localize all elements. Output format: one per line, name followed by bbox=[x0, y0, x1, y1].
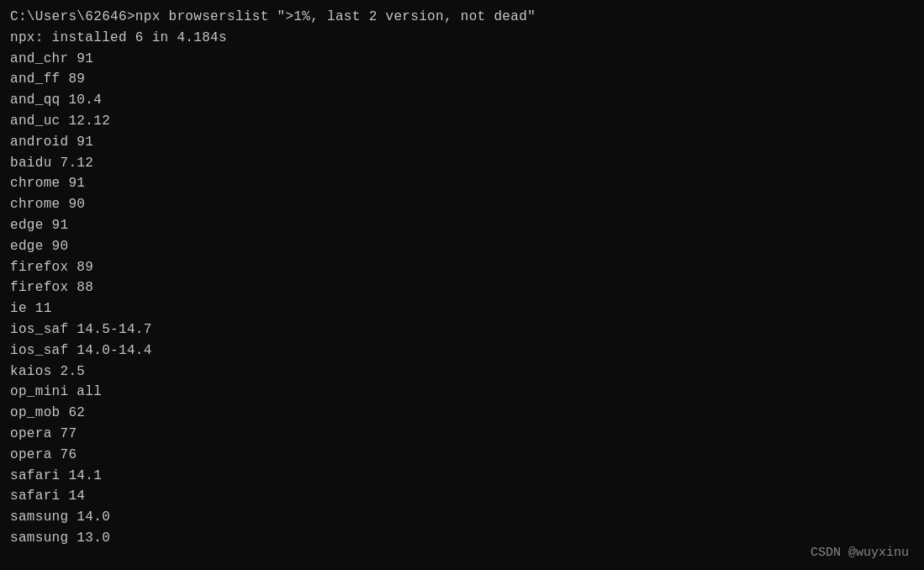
line-edge91: edge 91 bbox=[10, 215, 914, 236]
line-safari14-1: safari 14.1 bbox=[10, 466, 914, 487]
line-samsung14: samsung 14.0 bbox=[10, 507, 914, 528]
terminal-window: C:\Users\62646>npx browserslist ">1%, la… bbox=[0, 0, 924, 570]
line-baidu: baidu 7.12 bbox=[10, 153, 914, 174]
line-samsung13: samsung 13.0 bbox=[10, 528, 914, 549]
line-op-mini: op_mini all bbox=[10, 382, 914, 403]
line-safari14: safari 14 bbox=[10, 486, 914, 507]
line-chrome90: chrome 90 bbox=[10, 194, 914, 215]
terminal-output: C:\Users\62646>npx browserslist ">1%, la… bbox=[10, 7, 914, 549]
line-and-uc: and_uc 12.12 bbox=[10, 111, 914, 132]
line-opera77: opera 77 bbox=[10, 424, 914, 445]
line-ios-saf-1: ios_saf 14.5-14.7 bbox=[10, 319, 914, 340]
watermark: CSDN @wuyxinu bbox=[810, 546, 909, 560]
line-firefox89: firefox 89 bbox=[10, 257, 914, 278]
line-firefox88: firefox 88 bbox=[10, 277, 914, 298]
line-op-mob: op_mob 62 bbox=[10, 403, 914, 424]
line-and-qq: and_qq 10.4 bbox=[10, 90, 914, 111]
line-opera76: opera 76 bbox=[10, 445, 914, 466]
line-ie11: ie 11 bbox=[10, 298, 914, 319]
line-command: C:\Users\62646>npx browserslist ">1%, la… bbox=[10, 7, 914, 28]
line-install: npx: installed 6 in 4.184s bbox=[10, 28, 914, 49]
line-and-chr: and_chr 91 bbox=[10, 49, 914, 70]
line-ios-saf-2: ios_saf 14.0-14.4 bbox=[10, 340, 914, 362]
line-chrome91: chrome 91 bbox=[10, 173, 914, 194]
line-edge90: edge 90 bbox=[10, 236, 914, 257]
line-kaios: kaios 2.5 bbox=[10, 362, 914, 383]
line-android: android 91 bbox=[10, 132, 914, 153]
line-and-ff: and_ff 89 bbox=[10, 69, 914, 90]
